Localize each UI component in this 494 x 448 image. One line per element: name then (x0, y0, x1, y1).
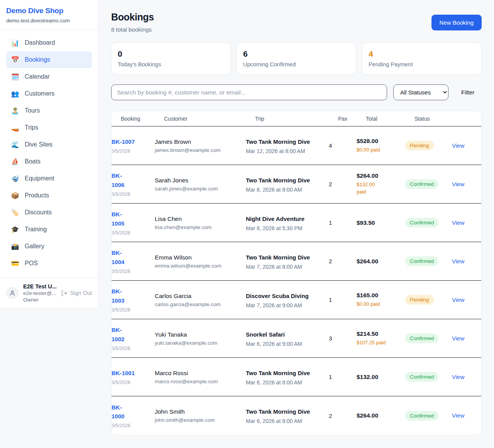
main-content: Bookings 8 total bookings New Booking 0 … (98, 0, 494, 448)
sidebar-item-gallery[interactable]: 📸Gallery (6, 238, 92, 255)
sidebar-item-equipment[interactable]: 🤿Equipment (6, 170, 92, 187)
sidebar-item-products[interactable]: 📦Products (6, 187, 92, 204)
search-input[interactable] (111, 84, 387, 100)
products-icon: 📦 (11, 192, 19, 200)
booking-id-link[interactable]: BK-1002 (112, 325, 128, 344)
status-filter-select[interactable]: All Statuses (393, 84, 448, 100)
customer-email: lisa.chen@example.com (155, 224, 246, 230)
total-amount: $93.50 (357, 219, 405, 226)
booking-date: 3/5/2026 (112, 230, 155, 236)
sidebar-item-training[interactable]: 🎓Training (6, 221, 92, 238)
sidebar-item-label: Customers (25, 90, 54, 97)
trip-datetime: Mar 6, 2026 at 8:00 AM (246, 379, 329, 386)
sidebar-item-label: Equipment (25, 175, 54, 182)
view-link[interactable]: View (452, 374, 464, 380)
sidebar-item-customers[interactable]: 👥Customers (6, 85, 92, 102)
discounts-icon: 🏷️ (11, 209, 19, 217)
trips-icon: 🚤 (11, 124, 19, 132)
sidebar-item-pos[interactable]: 💳POS (6, 255, 92, 272)
status-badge: Confirmed (405, 333, 438, 343)
trip-name: Two Tank Morning Dive (246, 176, 311, 185)
booking-id-link[interactable]: BK-1006 (112, 171, 128, 189)
stat-card-pending-payment: 4 Pending Payment (362, 42, 482, 75)
booking-id-link[interactable]: BK-1004 (112, 248, 128, 266)
sidebar-item-label: Dive Sites (25, 141, 52, 148)
booking-id-link[interactable]: BK-1007 (112, 137, 155, 146)
total-amount: $264.00 (357, 258, 405, 265)
column-header-booking: Booking (121, 116, 164, 122)
sidebar-item-tours[interactable]: 🏝️Tours (6, 102, 92, 119)
stat-label: Today's Bookings (118, 61, 224, 67)
view-link[interactable]: View (452, 181, 464, 187)
customer-name: Emma Wilson (155, 254, 246, 261)
total-amount: $214.50 (357, 330, 405, 337)
sidebar-item-label: Bookings (25, 56, 50, 63)
view-link[interactable]: View (452, 258, 464, 264)
booking-id-link[interactable]: BK-1003 (112, 287, 128, 305)
trip-datetime: Mar 8, 2026 at 8:00 AM (246, 187, 329, 193)
sidebar-item-label: Discounts (25, 209, 52, 216)
status-badge: Confirmed (405, 372, 438, 382)
stat-label: Upcoming Confirmed (243, 61, 350, 67)
total-amount: $132.00 (357, 374, 405, 381)
gallery-icon: 📸 (11, 243, 19, 251)
booking-date: 3/5/2026 (112, 269, 155, 274)
booking-date: 3/5/2026 (112, 307, 155, 313)
sidebar-item-dashboard[interactable]: 📊Dashboard (6, 34, 92, 51)
page-title-block: Bookings 8 total bookings (111, 12, 154, 33)
sign-out-button[interactable]: Sign Out (61, 290, 92, 296)
tours-icon: 🏝️ (11, 107, 19, 115)
stat-label: Pending Payment (369, 61, 475, 67)
bookings-icon: 📅 (11, 56, 19, 64)
user-info: E2E Test U... e2e-tester@... Owner (23, 283, 56, 303)
booking-id-link[interactable]: BK-1005 (112, 210, 128, 228)
total-bookings-count: 8 total bookings (111, 26, 154, 33)
booking-id-link[interactable]: BK-1000 (112, 403, 128, 421)
filter-row: All Statuses Filter (111, 84, 482, 100)
table-body: BK-1007 3/5/2026 James Brown james.brown… (112, 126, 481, 435)
paid-amount: $132.00 paid (357, 181, 377, 196)
sidebar-item-boats[interactable]: ⛵Boats (6, 153, 92, 170)
total-amount: $264.00 (357, 412, 405, 419)
trip-name: Snorkel Safari (246, 330, 311, 339)
sidebar-item-trips[interactable]: 🚤Trips (6, 119, 92, 136)
sidebar-item-dive-sites[interactable]: 🌊Dive Sites (6, 136, 92, 153)
dashboard-icon: 📊 (11, 39, 19, 47)
booking-id-link[interactable]: BK-1001 (112, 369, 155, 377)
status-badge: Pending (405, 295, 434, 305)
view-link[interactable]: View (452, 219, 464, 226)
customer-name: James Brown (155, 138, 246, 145)
status-badge: Confirmed (405, 256, 438, 266)
trip-name: Two Tank Morning Dive (246, 407, 311, 416)
trip-datetime: Mar 7, 2026 at 8:00 AM (246, 264, 329, 270)
sidebar-item-bookings[interactable]: 📅Bookings (6, 51, 92, 68)
trip-name: Two Tank Morning Dive (246, 253, 311, 262)
pax-count: 1 (329, 296, 357, 303)
view-link[interactable]: View (452, 412, 464, 419)
trip-name: Night Dive Adventure (246, 214, 311, 224)
sidebar-item-label: Gallery (25, 243, 44, 250)
sidebar-item-discounts[interactable]: 🏷️Discounts (6, 204, 92, 221)
customer-email: carlos.garcia@example.com (155, 301, 246, 307)
pax-count: 2 (329, 413, 357, 419)
filter-button[interactable]: Filter (461, 89, 474, 96)
table-row: BK-1006 3/5/2026 Sarah Jones sarah.jones… (112, 165, 481, 204)
pos-icon: 💳 (11, 259, 19, 268)
user-role: Owner (23, 297, 56, 303)
total-amount: $264.00 (357, 172, 405, 179)
logout-icon (61, 290, 68, 296)
trip-name: Two Tank Morning Dive (246, 137, 311, 147)
trip-name: Discover Scuba Diving (246, 291, 311, 301)
sidebar: Demo Dive Shop demo.test.divestreams.com… (0, 0, 98, 308)
table-row: BK-1000 3/5/2026 John Smith john.smith@e… (112, 396, 481, 435)
view-link[interactable]: View (452, 296, 464, 303)
view-link[interactable]: View (452, 142, 464, 149)
new-booking-button[interactable]: New Booking (431, 15, 482, 30)
sign-out-label: Sign Out (70, 290, 92, 296)
view-link[interactable]: View (452, 335, 464, 342)
pax-count: 1 (329, 374, 357, 380)
stats-row: 0 Today's Bookings 6 Upcoming Confirmed … (111, 42, 482, 75)
trip-datetime: Mar 8, 2026 at 5:30 PM (246, 225, 329, 231)
user-footer: E2E Test U... e2e-tester@... Owner Sign … (0, 278, 98, 308)
sidebar-item-calendar[interactable]: 🗓️Calendar (6, 68, 92, 85)
